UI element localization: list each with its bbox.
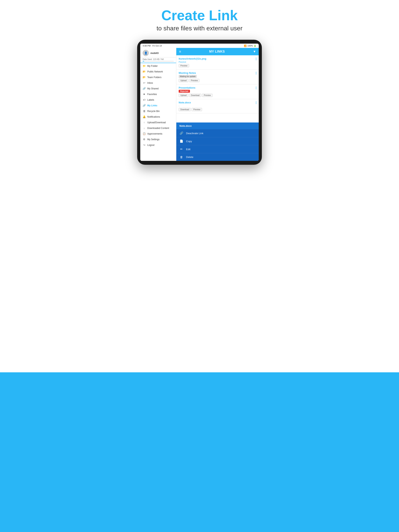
user-name: mobil3	[150, 52, 159, 55]
edit-icon: ✏	[180, 147, 183, 151]
context-menu-items: 🔗Deactivate Link📄Copy✏Edit🗑Delete	[176, 129, 259, 161]
link-content-link-4: Note.docx-DownloadPreview	[179, 101, 254, 111]
sidebar-item-upload-download[interactable]: ↑Upload/Download	[140, 120, 176, 125]
action-btn-download-link-3[interactable]: Download	[189, 94, 201, 97]
sidebar-label-public-network: Public Network	[147, 70, 163, 73]
sidebar-item-recycle-bin[interactable]: 🗑Recycle Bin	[140, 108, 176, 114]
top-bar-title: MY LINKS	[209, 50, 225, 53]
link-actions-link-2: UploadPreview	[179, 79, 254, 82]
logout-icon: ↪	[143, 144, 146, 146]
hamburger-icon[interactable]: ≡	[179, 50, 181, 54]
action-btn-download-link-4[interactable]: Download	[179, 108, 191, 111]
sidebar-items-list: 📁My Folder📂Public Network📂Team Folders↩I…	[140, 63, 176, 148]
recycle-bin-icon: 🗑	[143, 110, 146, 113]
action-btn-upload-link-2[interactable]: Upload	[179, 79, 188, 82]
link-menu-icon-link-3[interactable]	[254, 86, 256, 89]
context-label-delete: Delete	[186, 156, 193, 158]
link-name-link-3[interactable]: Presentations	[179, 86, 254, 89]
link-actions-link-1: Preview	[179, 64, 254, 67]
sidebar-label-favorites: Favorites	[147, 93, 157, 96]
link-item-link-1: ItunesArtwork@2x.pngPassivePreview	[176, 55, 259, 70]
filter-icon[interactable]: ▼	[253, 50, 256, 53]
tablet-screen: 4:08 PM Fri Oct 14 📶 100% 🔋 👤 mobil3 Dat…	[140, 44, 259, 161]
link-name-link-1[interactable]: ItunesArtwork@2x.png	[179, 57, 254, 60]
my-shared-icon: 🔗	[143, 87, 146, 90]
context-menu-filename: Note.docx	[176, 122, 259, 129]
action-btn-preview-link-4[interactable]: Preview	[192, 108, 202, 111]
sidebar-label-inbox: Inbox	[147, 82, 153, 84]
link-menu-icon-link-1[interactable]	[254, 57, 256, 60]
sidebar-item-approvements[interactable]: 📋Approvements	[140, 131, 176, 137]
link-name-link-2[interactable]: Meeting Notes	[179, 71, 254, 74]
sidebar-label-approvements: Approvements	[147, 133, 162, 135]
link-item-link-4: Note.docx-DownloadPreview	[176, 99, 259, 113]
sidebar-item-downloaded-content[interactable]: ↓Downloaded Content	[140, 125, 176, 131]
top-bar: ≡ MY LINKS ▼	[176, 48, 259, 55]
sidebar-item-inbox[interactable]: ↩Inbox	[140, 80, 176, 86]
link-menu-icon-link-2[interactable]	[254, 71, 256, 74]
link-item-link-2: Meeting NotesWaiting for updateUploadPre…	[176, 70, 259, 84]
sidebar-item-labels[interactable]: 🏷Labels	[140, 97, 176, 103]
context-item-deactivate[interactable]: 🔗Deactivate Link	[176, 129, 259, 137]
avatar: 👤	[143, 50, 149, 56]
my-folder-icon: 📁	[143, 64, 146, 67]
storage-bar	[143, 61, 174, 62]
link-content-link-2: Meeting NotesWaiting for updateUploadPre…	[179, 71, 254, 82]
page-title: Create Link	[0, 8, 399, 23]
link-status-link-1: Passive	[179, 61, 254, 63]
status-right: 📶 100% 🔋	[244, 44, 256, 47]
action-btn-preview-link-2[interactable]: Preview	[189, 79, 200, 82]
public-network-icon: 📂	[143, 70, 146, 73]
sidebar-label-logout: Logout	[147, 144, 154, 146]
status-bar: 4:08 PM Fri Oct 14 📶 100% 🔋	[140, 44, 259, 48]
tablet-frame: 4:08 PM Fri Oct 14 📶 100% 🔋 👤 mobil3 Dat…	[137, 40, 262, 165]
sidebar-item-my-shared[interactable]: 🔗My Shared	[140, 86, 176, 91]
sidebar-label-labels: Labels	[147, 99, 154, 101]
action-btn-preview-link-1[interactable]: Preview	[179, 64, 189, 67]
action-btn-upload-link-3[interactable]: Upload	[179, 94, 188, 97]
link-menu-icon-link-4[interactable]	[254, 101, 256, 104]
link-actions-link-3: UploadDownloadPreview	[179, 94, 254, 97]
battery-icon: 🔋	[254, 44, 256, 47]
inbox-icon: ↩	[143, 81, 146, 84]
labels-icon: 🏷	[143, 98, 146, 101]
link-item-link-3: PresentationsRejectedUploadDownloadPrevi…	[176, 84, 259, 99]
sidebar-item-my-folder[interactable]: 📁My Folder	[140, 63, 176, 69]
my-links-icon: 🔗	[143, 104, 146, 107]
page-subtitle: to share files with external user	[0, 25, 399, 32]
link-status-link-2: Waiting for update	[179, 75, 254, 78]
sidebar-label-team-folders: Team Folders	[147, 76, 161, 79]
context-label-copy: Copy	[186, 140, 192, 143]
page-header: Create Link to share files with external…	[0, 8, 399, 32]
sidebar-item-my-settings[interactable]: ⚙My Settings	[140, 137, 176, 142]
sidebar-user: 👤 mobil3	[140, 48, 176, 57]
app-layout: 👤 mobil3 Data Used 115 KB / %0 📁My Folde…	[140, 48, 259, 161]
notifications-icon: 🔔	[143, 115, 146, 118]
my-settings-icon: ⚙	[143, 138, 146, 141]
link-status-link-4: -	[179, 105, 254, 107]
sidebar-item-logout[interactable]: ↪Logout	[140, 142, 176, 148]
wifi-icon: 📶	[244, 44, 247, 47]
sidebar-item-my-links[interactable]: 🔗My Links	[140, 103, 176, 108]
main-content: ≡ MY LINKS ▼ ItunesArtwork@2x.pngPassive…	[176, 48, 259, 161]
sidebar-item-team-folders[interactable]: 📂Team Folders	[140, 74, 176, 80]
link-status-link-3: Rejected	[179, 90, 254, 93]
sidebar-item-public-network[interactable]: 📂Public Network	[140, 69, 176, 74]
sidebar-item-notifications[interactable]: 🔔Notifications	[140, 114, 176, 120]
link-actions-link-4: DownloadPreview	[179, 108, 254, 111]
storage-bar-fill	[143, 61, 144, 62]
delete-icon: 🗑	[180, 155, 183, 159]
link-name-link-4[interactable]: Note.docx	[179, 101, 254, 104]
upload-download-icon: ↑	[143, 121, 146, 124]
context-item-edit[interactable]: ✏Edit	[176, 145, 259, 153]
context-item-copy[interactable]: 📄Copy	[176, 137, 259, 145]
context-item-delete[interactable]: 🗑Delete	[176, 153, 259, 161]
copy-icon: 📄	[180, 139, 183, 143]
sidebar-label-my-settings: My Settings	[147, 138, 160, 141]
favorites-icon: ★	[143, 93, 146, 96]
action-btn-preview-link-3[interactable]: Preview	[202, 94, 212, 97]
battery-text: 100%	[247, 44, 253, 47]
sidebar-label-my-folder: My Folder	[147, 65, 158, 67]
sidebar-item-favorites[interactable]: ★Favorites	[140, 91, 176, 97]
link-content-link-3: PresentationsRejectedUploadDownloadPrevi…	[179, 86, 254, 97]
